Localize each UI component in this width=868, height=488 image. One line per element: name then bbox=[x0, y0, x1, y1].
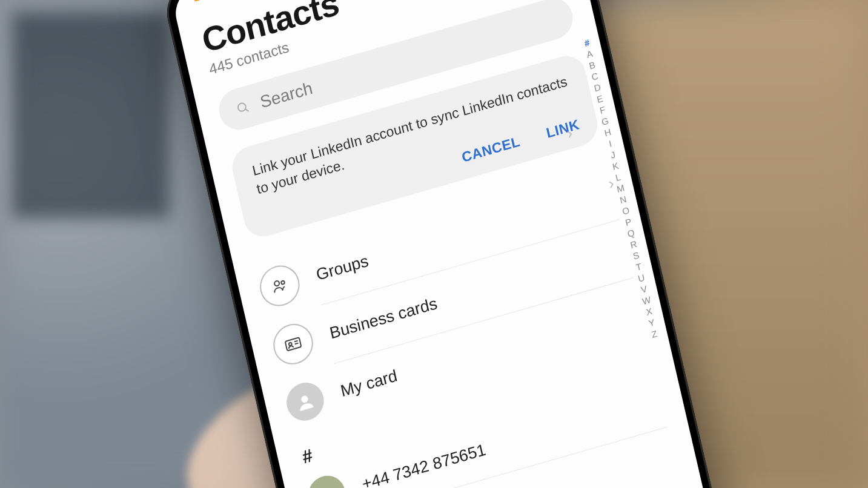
index-letter[interactable]: Z bbox=[651, 328, 658, 340]
contact-name: +44 7342 875651 bbox=[360, 440, 488, 488]
avatar-placeholder-icon bbox=[305, 471, 350, 488]
index-letter[interactable]: L bbox=[614, 171, 621, 183]
index-letter[interactable]: G bbox=[600, 115, 609, 127]
avatar-placeholder-icon bbox=[283, 378, 328, 425]
my-card-label: My card bbox=[339, 366, 399, 401]
svg-rect-4 bbox=[285, 337, 302, 351]
business-card-icon bbox=[270, 319, 317, 369]
svg-line-1 bbox=[245, 108, 249, 112]
index-letter[interactable]: # bbox=[583, 37, 591, 48]
index-letter[interactable]: R bbox=[629, 239, 638, 251]
index-letter[interactable]: V bbox=[640, 283, 648, 295]
index-letter[interactable]: E bbox=[596, 93, 604, 105]
index-letter[interactable]: H bbox=[603, 127, 612, 139]
index-letter[interactable]: P bbox=[624, 216, 632, 228]
svg-point-3 bbox=[281, 280, 285, 285]
svg-point-0 bbox=[237, 102, 247, 112]
search-placeholder: Search bbox=[258, 79, 314, 113]
index-letter[interactable]: B bbox=[588, 59, 596, 71]
groups-icon bbox=[256, 261, 303, 311]
index-letter[interactable]: N bbox=[619, 194, 628, 206]
index-letter[interactable]: I bbox=[608, 138, 613, 149]
business-cards-label: Business cards bbox=[328, 294, 439, 343]
index-letter[interactable]: Y bbox=[648, 317, 655, 328]
index-letter[interactable]: Q bbox=[626, 227, 635, 239]
index-letter[interactable]: M bbox=[616, 182, 626, 194]
index-letter[interactable]: D bbox=[593, 82, 601, 94]
index-letter[interactable]: F bbox=[598, 104, 606, 116]
search-icon bbox=[234, 99, 252, 117]
link-button[interactable]: LINK bbox=[545, 116, 581, 142]
index-letter[interactable]: J bbox=[609, 149, 616, 160]
svg-point-2 bbox=[274, 280, 280, 286]
index-letter[interactable]: O bbox=[621, 205, 631, 217]
index-letter[interactable]: T bbox=[635, 261, 643, 272]
index-letter[interactable]: U bbox=[637, 272, 646, 284]
svg-point-8 bbox=[300, 395, 308, 403]
index-letter[interactable]: X bbox=[645, 306, 653, 317]
index-letter[interactable]: K bbox=[611, 160, 619, 172]
index-letter[interactable]: A bbox=[586, 48, 594, 60]
groups-label: Groups bbox=[314, 251, 370, 285]
index-letter[interactable]: C bbox=[591, 70, 599, 82]
svg-line-7 bbox=[295, 343, 299, 345]
svg-line-6 bbox=[294, 341, 298, 342]
index-letter[interactable]: S bbox=[632, 249, 640, 261]
